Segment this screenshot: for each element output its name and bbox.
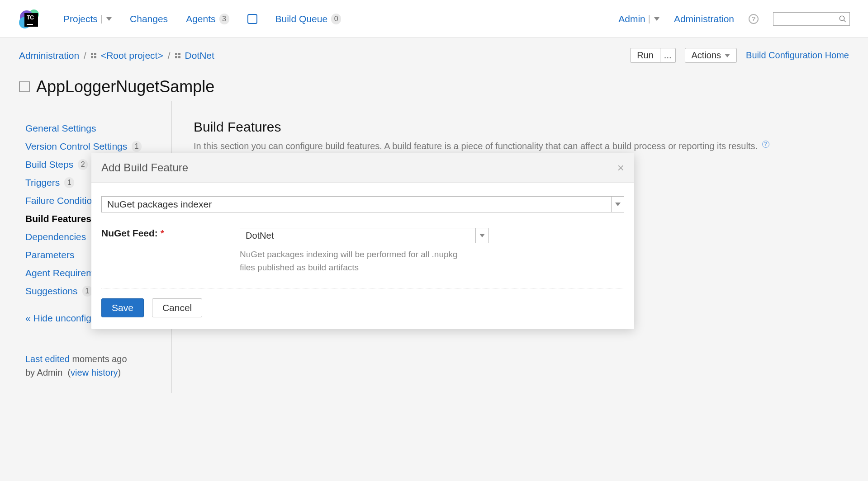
dialog-header: Add Build Feature ×: [91, 153, 634, 183]
breadcrumb-root-project[interactable]: <Root project>: [101, 50, 163, 61]
breadcrumb-project[interactable]: DotNet: [185, 50, 214, 61]
close-icon[interactable]: ×: [617, 162, 624, 174]
sidebar-item-badge: 1: [82, 286, 92, 297]
search-icon: [839, 15, 847, 23]
project-grid-icon: [91, 53, 96, 58]
nav-agents-label: Agents: [186, 14, 215, 24]
edited-by-prefix: by: [25, 368, 37, 377]
chevron-down-icon: [479, 234, 485, 237]
nav-admin-label: Admin: [618, 14, 645, 24]
feature-type-select[interactable]: NuGet packages indexer: [101, 196, 624, 212]
nav-agents[interactable]: Agents 3: [186, 14, 229, 24]
content-heading: Build Features: [194, 119, 846, 135]
sidebar-item-label: Parameters: [25, 250, 75, 260]
page-header: Administration / <Root project> / DotNet…: [0, 38, 868, 101]
last-edited-when: moments ago: [70, 354, 127, 364]
actions-label: Actions: [692, 50, 721, 61]
chevron-down-icon: [725, 54, 730, 57]
edited-by-user: Admin: [37, 368, 63, 377]
sidebar-item-badge: 1: [64, 177, 74, 188]
svg-line-1: [844, 20, 846, 22]
run-more-button[interactable]: ...: [660, 48, 676, 63]
nuget-feed-help: NuGet packages indexing will be performe…: [240, 248, 461, 274]
nuget-feed-label: NuGet Feed:*: [101, 228, 240, 274]
breadcrumb-administration[interactable]: Administration: [19, 50, 79, 61]
feature-type-value: NuGet packages indexer: [102, 199, 611, 210]
sidebar-item-label: Suggestions: [25, 286, 78, 297]
agents-count-badge: 3: [219, 14, 229, 24]
sidebar-item-label: Triggers: [25, 177, 60, 188]
page-title: AppLoggerNugetSample: [36, 77, 214, 96]
sidebar-item-label: Failure Conditions: [25, 195, 102, 206]
chevron-down-icon: [615, 203, 621, 206]
svg-point-0: [840, 16, 844, 21]
nav-changes-label: Changes: [130, 14, 168, 24]
select-arrow: [611, 197, 624, 212]
content-description: In this section you can configure build …: [194, 139, 846, 153]
header-actions: Run ... Actions Build Configuration Home: [630, 48, 849, 63]
breadcrumb: Administration / <Root project> / DotNet: [19, 50, 214, 61]
chevron-down-icon: [106, 17, 112, 21]
chevron-down-icon: [654, 17, 659, 21]
project-grid-icon: [175, 53, 180, 58]
nav-status-icon[interactable]: [247, 14, 257, 24]
nuget-feed-select[interactable]: DotNet: [240, 228, 489, 243]
sidebar-item-badge: 2: [78, 159, 88, 170]
save-button[interactable]: Save: [101, 298, 144, 317]
nav-projects[interactable]: Projects |: [63, 14, 112, 24]
dialog-inner: Add Build Feature × NuGet packages index…: [91, 153, 634, 329]
sidebar-item-label: Version Control Settings: [25, 141, 127, 152]
build-config-icon: [19, 81, 30, 92]
sidebar-item-badge: 1: [132, 141, 142, 152]
nuget-feed-value: DotNet: [240, 231, 475, 241]
top-nav: Projects | Changes Agents 3 Build Queue …: [0, 0, 868, 38]
nav-items: Projects | Changes Agents 3 Build Queue …: [63, 14, 341, 24]
info-icon[interactable]: ?: [762, 141, 769, 148]
nav-build-queue-label: Build Queue: [275, 14, 328, 24]
actions-dropdown[interactable]: Actions: [685, 48, 737, 63]
run-button[interactable]: Run: [630, 48, 660, 63]
run-button-group: Run ...: [630, 48, 675, 63]
nav-administration[interactable]: Administration: [674, 14, 734, 24]
sidebar-item-label: General Settings: [25, 123, 96, 134]
view-history-link[interactable]: view history: [71, 368, 118, 377]
last-edited-link[interactable]: Last edited: [25, 354, 70, 364]
nav-changes[interactable]: Changes: [130, 14, 168, 24]
build-queue-count-badge: 0: [331, 14, 341, 24]
help-icon[interactable]: ?: [749, 14, 759, 24]
sidebar-item-version-control-settings[interactable]: Version Control Settings1: [25, 137, 171, 156]
sidebar-item-label: Dependencies: [25, 231, 86, 242]
nav-right: Admin | Administration ?: [618, 12, 850, 26]
build-config-home-link[interactable]: Build Configuration Home: [746, 50, 849, 61]
nav-admin[interactable]: Admin |: [618, 14, 659, 24]
dialog-title: Add Build Feature: [101, 161, 188, 174]
search-input[interactable]: [773, 12, 850, 26]
add-build-feature-dialog: Add Build Feature × NuGet packages index…: [91, 153, 634, 329]
dialog-divider: [101, 288, 624, 288]
nav-projects-label: Projects: [63, 14, 98, 24]
sidebar-item-label: Build Features: [25, 213, 91, 224]
sidebar-item-general-settings[interactable]: General Settings: [25, 119, 171, 137]
sidebar-item-label: Build Steps: [25, 159, 73, 170]
select-arrow: [475, 228, 488, 243]
nav-build-queue[interactable]: Build Queue 0: [275, 14, 342, 24]
cancel-button[interactable]: Cancel: [152, 298, 202, 317]
teamcity-logo[interactable]: [18, 8, 45, 30]
sidebar-meta: Last edited moments ago by Admin (view h…: [25, 352, 171, 379]
nuget-feed-row: NuGet Feed:* DotNet NuGet packages index…: [101, 228, 624, 274]
dialog-body: NuGet packages indexer NuGet Feed:* DotN…: [91, 183, 634, 329]
dialog-actions: Save Cancel: [101, 298, 624, 317]
